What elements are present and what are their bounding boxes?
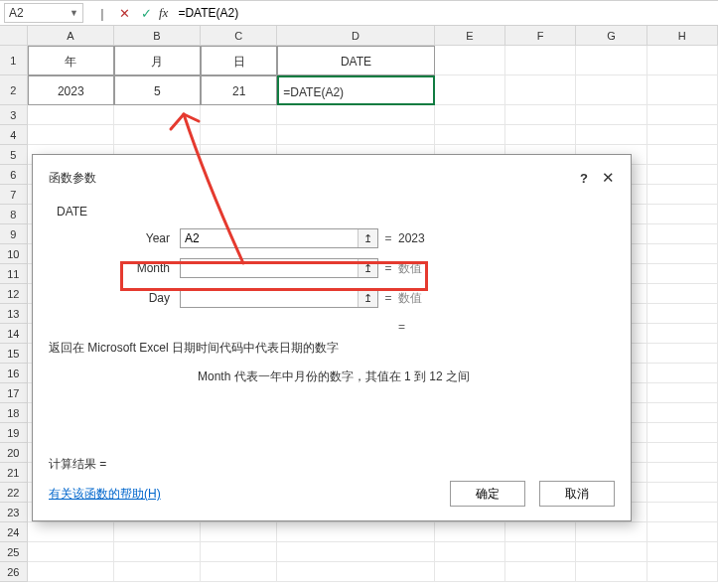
row-header[interactable]: 3	[0, 105, 28, 125]
cell[interactable]	[28, 562, 114, 582]
help-link[interactable]: 有关该函数的帮助(H)	[49, 486, 161, 503]
row-header[interactable]: 9	[0, 224, 28, 244]
cell[interactable]	[647, 304, 718, 324]
range-picker-icon[interactable]: ↥	[358, 259, 377, 277]
cell[interactable]	[647, 522, 718, 542]
cancel-button[interactable]: 取消	[539, 481, 615, 507]
cell[interactable]	[647, 503, 718, 522]
month-input[interactable]	[181, 259, 358, 277]
cell[interactable]	[647, 364, 718, 383]
row-header[interactable]: 20	[0, 443, 28, 463]
cell[interactable]	[28, 105, 114, 125]
cell[interactable]	[435, 542, 505, 562]
row-header[interactable]: 5	[0, 145, 28, 165]
col-header-H[interactable]: H	[647, 26, 718, 46]
cell[interactable]	[28, 542, 114, 562]
cell[interactable]	[647, 403, 718, 423]
name-box[interactable]: A2 ▼	[4, 3, 83, 23]
row-header[interactable]: 6	[0, 165, 28, 185]
cell[interactable]	[505, 105, 576, 125]
cell[interactable]: 5	[114, 75, 201, 105]
cell[interactable]	[435, 562, 505, 582]
cell[interactable]	[277, 105, 434, 125]
row-header[interactable]: 2	[0, 75, 28, 105]
cell[interactable]: 年	[28, 46, 114, 75]
cell[interactable]	[576, 46, 646, 75]
cell[interactable]	[576, 75, 646, 105]
cell[interactable]	[435, 105, 505, 125]
cell[interactable]	[647, 463, 718, 483]
cell[interactable]	[576, 562, 646, 582]
cell[interactable]	[576, 542, 646, 562]
col-header-E[interactable]: E	[435, 26, 505, 46]
cell[interactable]	[647, 542, 718, 562]
row-header[interactable]: 4	[0, 125, 28, 145]
row-header[interactable]: 15	[0, 344, 28, 364]
cell[interactable]	[647, 125, 718, 145]
cell[interactable]	[201, 562, 277, 582]
row-header[interactable]: 22	[0, 483, 28, 503]
help-icon[interactable]: ?	[580, 171, 588, 186]
row-header[interactable]: 21	[0, 463, 28, 483]
cell[interactable]	[647, 165, 718, 185]
cell[interactable]	[505, 125, 576, 145]
row-header[interactable]: 19	[0, 423, 28, 443]
cell[interactable]	[647, 344, 718, 364]
cell[interactable]	[505, 46, 576, 75]
cell[interactable]	[505, 542, 576, 562]
row-header[interactable]: 18	[0, 403, 28, 423]
day-input[interactable]	[181, 289, 358, 307]
row-header[interactable]: 26	[0, 562, 28, 582]
cell[interactable]	[647, 185, 718, 205]
cell[interactable]	[277, 522, 434, 542]
cell[interactable]	[114, 522, 201, 542]
col-header-B[interactable]: B	[114, 26, 201, 46]
select-all-corner[interactable]	[0, 26, 28, 46]
chevron-down-icon[interactable]: ▼	[70, 8, 78, 18]
cell[interactable]	[114, 105, 201, 125]
col-header-A[interactable]: A	[28, 26, 114, 46]
cell[interactable]	[114, 125, 201, 145]
cell[interactable]: 2023	[28, 75, 114, 105]
range-picker-icon[interactable]: ↥	[358, 289, 377, 307]
row-header[interactable]: 1	[0, 46, 28, 75]
cell[interactable]	[647, 244, 718, 264]
cell[interactable]	[114, 562, 201, 582]
col-header-G[interactable]: G	[576, 26, 646, 46]
cell[interactable]	[435, 125, 505, 145]
close-icon[interactable]: ✕	[602, 169, 615, 187]
cell[interactable]	[277, 542, 434, 562]
year-input[interactable]	[181, 229, 358, 247]
cancel-icon[interactable]: ✕	[113, 3, 135, 23]
active-cell[interactable]: =DATE(A2)	[277, 75, 434, 105]
col-header-F[interactable]: F	[505, 26, 576, 46]
cell[interactable]	[201, 125, 277, 145]
row-header[interactable]: 14	[0, 324, 28, 344]
fx-icon[interactable]: fx	[159, 5, 168, 21]
cell[interactable]	[647, 205, 718, 224]
ok-button[interactable]: 确定	[450, 481, 525, 507]
row-header[interactable]: 11	[0, 264, 28, 284]
cell[interactable]	[201, 105, 277, 125]
cell[interactable]	[576, 522, 646, 542]
row-header[interactable]: 8	[0, 205, 28, 224]
cell[interactable]: 21	[201, 75, 277, 105]
cell[interactable]	[647, 75, 718, 105]
cell[interactable]	[647, 423, 718, 443]
cell[interactable]	[647, 383, 718, 403]
cell[interactable]: 日	[201, 46, 277, 75]
formula-input[interactable]	[174, 3, 718, 23]
cell[interactable]	[505, 562, 576, 582]
cell[interactable]	[647, 443, 718, 463]
confirm-icon[interactable]: ✓	[135, 3, 157, 23]
cell[interactable]	[435, 46, 505, 75]
col-header-C[interactable]: C	[201, 26, 277, 46]
cell[interactable]	[28, 522, 114, 542]
cell[interactable]	[647, 145, 718, 165]
cell[interactable]	[277, 125, 434, 145]
row-header[interactable]: 17	[0, 383, 28, 403]
cell[interactable]	[576, 125, 646, 145]
col-header-D[interactable]: D	[277, 26, 434, 46]
cell[interactable]	[114, 542, 201, 562]
cell[interactable]	[201, 522, 277, 542]
